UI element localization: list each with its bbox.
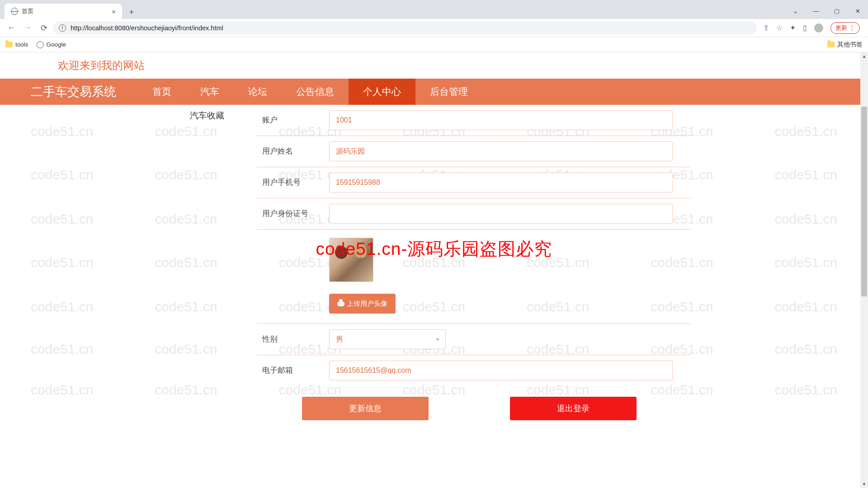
url-text: http://localhost:8080/ershouchejiaoyi/fr… — [71, 24, 223, 32]
welcome-text: 欢迎来到我的网站 — [0, 52, 868, 79]
email-field[interactable] — [329, 361, 673, 380]
nav-forum[interactable]: 论坛 — [234, 79, 282, 105]
globe-icon — [37, 41, 44, 48]
upload-avatar-button[interactable]: 上传用户头像 — [329, 294, 396, 314]
page-viewport: code51.cncode51.cncode51.cncode51.cncode… — [0, 52, 868, 488]
tab-title: 首页 — [22, 7, 108, 15]
nav-admin[interactable]: 后台管理 — [415, 79, 482, 105]
profile-icon[interactable] — [814, 23, 823, 33]
menu-icon: ⋮ — [849, 24, 855, 31]
sidepanel-icon[interactable]: ▯ — [803, 23, 807, 32]
profile-form: 账户 用户姓名 用户手机号 用户身份证号 — [257, 105, 691, 420]
browser-tab[interactable]: 首页 × — [5, 4, 122, 19]
update-button[interactable]: 更新 ⋮ — [830, 22, 860, 34]
bookmark-other[interactable]: 其他书签 — [827, 41, 863, 49]
extensions-icon[interactable]: ✦ — [790, 23, 796, 32]
folder-icon — [827, 42, 835, 47]
minimize-button[interactable]: — — [806, 8, 826, 14]
bookmark-google[interactable]: Google — [37, 41, 66, 48]
scrollbar[interactable]: ▲ ▼ — [860, 52, 868, 488]
nav-notice[interactable]: 公告信息 — [282, 79, 349, 105]
maximize-button[interactable]: ▢ — [826, 8, 847, 14]
globe-icon — [11, 8, 18, 15]
label-account: 账户 — [257, 115, 329, 125]
tab-dropdown-icon[interactable]: ⌄ — [785, 8, 806, 14]
new-tab-button[interactable]: + — [125, 5, 138, 19]
nav-center[interactable]: 个人中心 — [349, 79, 415, 105]
gender-select[interactable]: 男 ▾ — [329, 329, 446, 349]
update-info-button[interactable]: 更新信息 — [302, 397, 429, 420]
logout-button[interactable]: 退出登录 — [510, 397, 637, 420]
bookmarks-bar: tools Google 其他书签 — [0, 37, 868, 52]
nav-home[interactable]: 首页 — [138, 79, 186, 105]
folder-icon — [5, 42, 13, 47]
address-bar: ← → ⟳ i http://localhost:8080/ershouchej… — [0, 19, 868, 37]
info-icon[interactable]: i — [59, 24, 66, 32]
star-icon[interactable]: ☆ — [776, 23, 783, 32]
label-idcard: 用户身份证号 — [257, 209, 329, 219]
brand: 二手车交易系统 — [31, 84, 116, 100]
phone-field[interactable] — [329, 173, 673, 192]
label-username: 用户姓名 — [257, 146, 329, 156]
username-field[interactable] — [329, 141, 673, 161]
cloud-upload-icon — [337, 301, 344, 306]
sidebar-item-favorite[interactable]: 汽车收藏 — [175, 105, 239, 127]
idcard-field[interactable] — [329, 204, 673, 224]
share-icon[interactable]: ⇧ — [763, 23, 769, 32]
label-gender: 性别 — [257, 334, 329, 344]
close-icon[interactable]: × — [112, 8, 116, 15]
label-phone: 用户手机号 — [257, 178, 329, 188]
label-email: 电子邮箱 — [257, 366, 329, 375]
center-watermark: code51.cn-源码乐园盗图必究 — [316, 237, 552, 261]
close-window-button[interactable]: ✕ — [847, 8, 868, 14]
back-button[interactable]: ← — [5, 21, 18, 35]
scroll-up-icon[interactable]: ▲ — [860, 52, 868, 60]
main-nav: 二手车交易系统 首页 汽车 论坛 公告信息 个人中心 后台管理 — [0, 79, 868, 105]
url-field[interactable]: i http://localhost:8080/ershouchejiaoyi/… — [53, 21, 757, 35]
scroll-down-icon[interactable]: ▼ — [860, 480, 868, 488]
scrollbar-thumb[interactable] — [861, 107, 867, 296]
account-field[interactable] — [329, 110, 673, 130]
reload-button[interactable]: ⟳ — [37, 21, 51, 35]
nav-car[interactable]: 汽车 — [186, 79, 234, 105]
bookmark-tools[interactable]: tools — [5, 41, 28, 48]
window-controls: ⌄ — ▢ ✕ — [785, 3, 868, 19]
forward-button[interactable]: → — [21, 21, 34, 35]
chevron-down-icon: ▾ — [436, 336, 439, 343]
tab-strip: 首页 × + ⌄ — ▢ ✕ — [0, 0, 868, 19]
